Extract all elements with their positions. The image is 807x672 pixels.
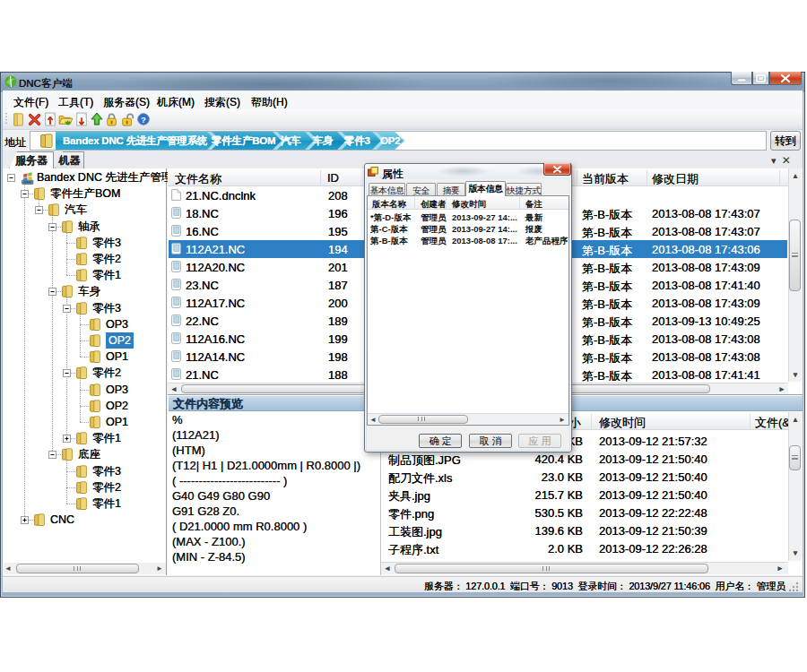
svg-text:?: ? bbox=[141, 115, 146, 125]
